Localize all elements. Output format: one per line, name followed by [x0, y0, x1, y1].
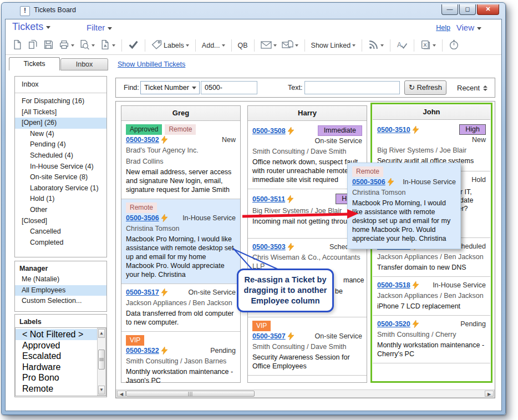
ticket-number-link[interactable]: 0500-3507	[252, 332, 286, 340]
quickbooks-button[interactable]: QB	[238, 42, 248, 49]
manager-item-all-employees[interactable]: All Employees	[15, 285, 106, 296]
sidebar-item-on-site-service-8[interactable]: On-site Service (8)	[15, 172, 106, 183]
title-bar[interactable]: ! Tickets Board — ◻ ✕	[2, 3, 505, 18]
ticket-card-0500-3517[interactable]: 0500-3517On-site ServiceJackson Applianc…	[121, 284, 240, 332]
sidebar-item-completed[interactable]: Completed	[15, 237, 106, 249]
sidebar-item-open-26[interactable]: [Open] (26)	[15, 118, 106, 129]
ticket-number-link[interactable]: 0500-3518	[377, 281, 410, 289]
ticket-card-0500-3522[interactable]: VIP0500-3522PendingSmith Consulting / Ja…	[121, 332, 240, 390]
toolbar-separator	[231, 39, 232, 52]
show-unbilled-tickets-link[interactable]: Show Unbilled Tickets	[118, 60, 185, 68]
rss-button[interactable]	[368, 39, 384, 52]
manager-item-custom-selection[interactable]: Custom Selection...	[15, 296, 106, 307]
sidebar-item-pending-4[interactable]: Pending (4)	[15, 139, 106, 150]
menu-tickets[interactable]: Tickets	[12, 21, 50, 33]
ticket-status: In-House Service	[403, 178, 456, 186]
add-button[interactable]: Add...	[202, 42, 225, 49]
sidebar-item-other[interactable]: Other	[15, 205, 106, 216]
print-preview-icon	[79, 39, 90, 52]
scrollbar-thumb[interactable]	[126, 391, 255, 397]
ticket-number-input[interactable]: 0500-	[201, 81, 257, 94]
ticket-card-0500-3502[interactable]: ApprovedRemote0500-3502NewBrad's Tour Ag…	[121, 121, 240, 199]
sidebar-item-in-house-service-4[interactable]: In-House Service (4)	[15, 161, 106, 173]
email-pdf-button[interactable]	[282, 40, 298, 52]
ticket-company: Jackson Appliances / Ben Jackson	[377, 252, 486, 261]
ticket-card-0500-3520[interactable]: 0500-3520PendingSmith Consulting / Cherr…	[373, 316, 490, 363]
save-button[interactable]	[43, 39, 54, 52]
label-item-remote[interactable]: Remote	[16, 383, 106, 394]
ticket-number-link[interactable]: 0500-3502	[126, 136, 159, 144]
spell-check-icon: A	[397, 39, 408, 52]
board-h-scrollbar[interactable]: ◀ ▶	[116, 389, 495, 398]
column-header[interactable]: Harry	[248, 106, 367, 121]
ticket-card-0500-3518[interactable]: 0500-3518In-House ServiceJackson Applian…	[373, 277, 490, 316]
column-header[interactable]: Greg	[121, 106, 240, 121]
label-item-vip[interactable]: VIP	[16, 394, 106, 396]
restore-button[interactable]: ◻	[459, 4, 476, 15]
spell-check-button[interactable]: A	[397, 39, 408, 52]
labels-scrollbar[interactable]: ▲ ▼	[97, 328, 106, 396]
labels-button[interactable]: Labels	[151, 39, 189, 52]
ticket-number-link[interactable]: 0500-3510	[377, 126, 410, 134]
text-search-input[interactable]	[304, 81, 400, 94]
print-button[interactable]	[59, 39, 74, 52]
label-item-hardware[interactable]: Hardware	[16, 362, 106, 373]
ticket-number-link[interactable]: 0500-3522	[126, 347, 159, 355]
ticket-number-link[interactable]: 0500-3517	[126, 289, 159, 296]
column-header[interactable]: John	[373, 105, 490, 120]
refresh-button[interactable]: ↻ Refresh	[404, 80, 446, 95]
sidebar-item-for-dispatching-16[interactable]: For Dispatching (16)	[15, 96, 106, 107]
chevron-down-icon	[295, 44, 298, 47]
help-link[interactable]: Help	[436, 24, 450, 32]
toolbar-separator	[254, 39, 255, 52]
copy-button[interactable]	[28, 39, 38, 52]
menu-view[interactable]: View	[456, 23, 481, 32]
ticket-card-0500-3507[interactable]: VIP0500-3507On-site ServiceSmith Consult…	[248, 317, 367, 376]
tab-tickets[interactable]: Tickets	[9, 57, 60, 70]
label-item-pro-bono[interactable]: Pro Bono	[16, 372, 106, 383]
scroll-right-arrow[interactable]: ▶	[485, 391, 494, 397]
sidebar-item-hold-1[interactable]: Hold (1)	[15, 194, 106, 205]
sidebar-item-all-tickets[interactable]: [All Tickets]	[15, 107, 106, 118]
window-title: Tickets Board	[34, 6, 76, 14]
scroll-up-arrow[interactable]: ▲	[98, 329, 105, 338]
show-linked-button[interactable]: Show Linked	[311, 42, 356, 49]
ticket-number-row: 0500-3506In-House Service	[126, 214, 236, 222]
excel-export-button[interactable]: X	[420, 39, 436, 52]
label-item-not-filtered[interactable]: < Not Filtered >	[16, 329, 106, 340]
timer-button[interactable]	[449, 39, 459, 52]
sidebar-item-laboratory-service-1[interactable]: Laboratory Service (1)	[15, 183, 106, 194]
sidebar-item-cancelled[interactable]: Cancelled	[15, 226, 106, 237]
close-button[interactable]: ✕	[477, 4, 499, 15]
scrollbar-thumb[interactable]	[98, 350, 105, 370]
sidebar-item-inbox[interactable]: Inbox	[15, 77, 106, 93]
drag-preview-ticket-card[interactable]: Remote0500-3506In-House ServiceChristina…	[347, 163, 461, 249]
sidebar-item-new-4[interactable]: New (4)	[15, 129, 106, 140]
menu-filter[interactable]: Filter	[87, 23, 112, 32]
sidebar-item-scheduled-4[interactable]: Scheduled (4)	[15, 150, 106, 161]
labels-label: Labels	[164, 42, 184, 49]
ticket-number-link[interactable]: 0500-3520	[377, 320, 410, 328]
label-item-approved[interactable]: Approved	[16, 340, 106, 351]
ticket-number-link[interactable]: 0500-3503	[252, 243, 286, 251]
sidebar-item-closed[interactable]: [Closed]	[15, 216, 106, 227]
manager-item-me-natalie[interactable]: Me (Natalie)	[15, 274, 106, 285]
scroll-left-arrow[interactable]: ◀	[117, 391, 126, 397]
label-item-escalated[interactable]: Escalated	[16, 351, 106, 362]
print-preview-button[interactable]	[79, 39, 95, 52]
export-pdf-button[interactable]	[100, 39, 115, 52]
tab-inbox[interactable]: Inbox	[60, 58, 108, 70]
recent-dropdown[interactable]: Recent	[457, 84, 487, 92]
bolt-icon	[161, 289, 167, 296]
ticket-number-link[interactable]: 0500-3508	[252, 127, 286, 135]
scroll-down-arrow[interactable]: ▼	[98, 386, 105, 394]
ticket-number-link[interactable]: 0500-3506	[352, 178, 385, 186]
ticket-number-link[interactable]: 0500-3511	[252, 195, 285, 203]
ticket-number-link[interactable]: 0500-3506	[126, 214, 159, 222]
find-field-selector[interactable]: Ticket Number	[140, 81, 200, 94]
new-document-button[interactable]	[12, 39, 23, 52]
email-button[interactable]	[261, 41, 277, 51]
minimize-button[interactable]: —	[441, 4, 458, 15]
complete-check-button[interactable]	[128, 39, 139, 52]
ticket-card-0500-3506[interactable]: Remote0500-3506In-House ServiceChristina…	[121, 199, 240, 284]
